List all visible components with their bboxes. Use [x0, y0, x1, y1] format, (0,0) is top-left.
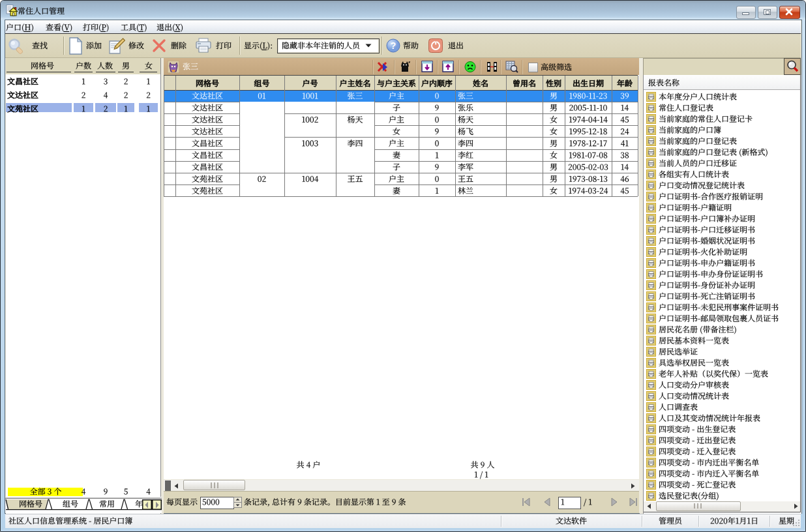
svg-text:?: ?: [391, 40, 396, 51]
